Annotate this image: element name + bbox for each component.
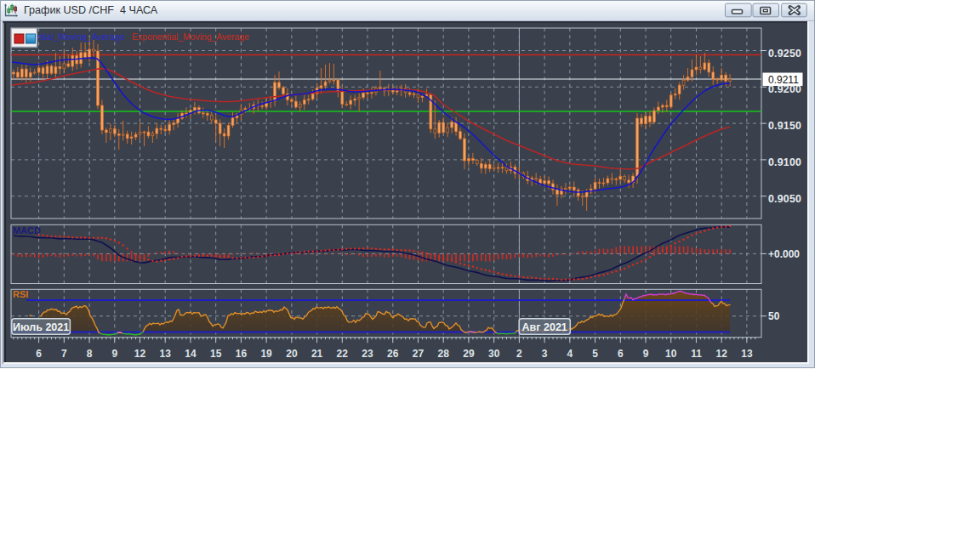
svg-text:13: 13 (741, 348, 753, 360)
svg-text:7: 7 (61, 348, 67, 360)
svg-text:11: 11 (691, 348, 702, 360)
svg-text:MACD: MACD (13, 225, 41, 236)
svg-text:3: 3 (542, 348, 548, 360)
svg-text:Июль 2021: Июль 2021 (13, 321, 69, 333)
svg-text:20: 20 (286, 348, 298, 360)
svg-text:0.9050: 0.9050 (768, 193, 801, 205)
svg-text:9: 9 (643, 348, 649, 360)
svg-text:19: 19 (260, 348, 272, 360)
svg-text:14: 14 (185, 348, 197, 360)
svg-text:График USD /CHF 4 ЧАСА: График USD /CHF 4 ЧАСА (24, 4, 158, 16)
svg-text:2: 2 (516, 348, 522, 360)
svg-text:30: 30 (488, 348, 500, 360)
svg-text:10: 10 (665, 348, 677, 360)
svg-text:9: 9 (111, 348, 117, 360)
svg-text:Авг 2021: Авг 2021 (522, 321, 567, 333)
svg-text:6: 6 (36, 348, 42, 360)
svg-text:16: 16 (236, 348, 248, 360)
svg-text:15: 15 (210, 348, 222, 360)
svg-text:50: 50 (768, 310, 780, 322)
svg-text:26: 26 (387, 348, 399, 360)
svg-text:0.9100: 0.9100 (768, 156, 801, 168)
svg-text:12: 12 (716, 348, 728, 360)
svg-text:RSI: RSI (13, 289, 28, 299)
svg-text:ential_Moving_Average: ential_Moving_Average (32, 32, 125, 42)
svg-text:29: 29 (463, 348, 475, 360)
svg-text:0.9150: 0.9150 (768, 120, 801, 132)
svg-text:4: 4 (567, 348, 573, 360)
svg-text:+0.000: +0.000 (768, 248, 800, 260)
svg-text:6: 6 (618, 348, 624, 360)
svg-text:21: 21 (311, 348, 323, 360)
svg-text:12: 12 (134, 348, 146, 360)
svg-text:22: 22 (337, 348, 349, 360)
svg-text:27: 27 (413, 348, 424, 360)
svg-text:5: 5 (592, 348, 598, 360)
svg-text:13: 13 (160, 348, 172, 360)
svg-text:23: 23 (362, 348, 373, 360)
svg-text:8: 8 (87, 348, 93, 360)
svg-text:28: 28 (438, 348, 450, 360)
svg-text:0.9211: 0.9211 (768, 74, 799, 86)
svg-text:0.9250: 0.9250 (768, 48, 801, 60)
svg-text:Exponential_Moving_Average: Exponential_Moving_Average (132, 32, 249, 42)
